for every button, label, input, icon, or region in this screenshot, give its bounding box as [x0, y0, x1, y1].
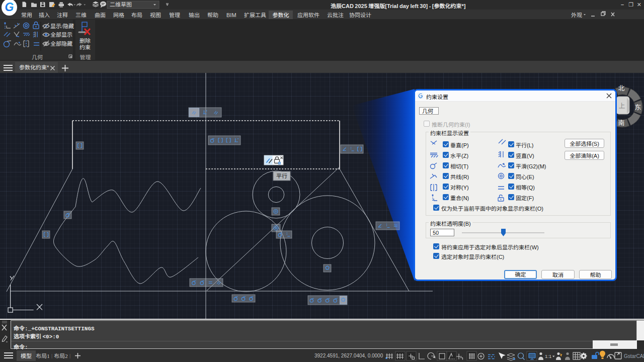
svg-text:3922.4591, 2627.0404, 0.0000: 3922.4591, 2627.0404, 0.0000	[314, 353, 383, 358]
svg-text:全部显示: 全部显示	[50, 30, 72, 38]
svg-text:布局1: 布局1	[36, 351, 50, 359]
svg-text:二维草图: 二维草图	[110, 0, 132, 8]
svg-text:模型: 模型	[21, 351, 32, 359]
svg-text:|: |	[51, 351, 52, 359]
svg-text:全部隐藏: 全部隐藏	[50, 39, 72, 47]
svg-text:1:1: 1:1	[545, 353, 551, 359]
svg-text:上: 上	[618, 101, 625, 110]
svg-text:布局2: 布局2	[54, 351, 68, 359]
svg-text:北: 北	[618, 83, 624, 93]
svg-text:东: 东	[634, 102, 641, 112]
svg-text:|: |	[69, 351, 70, 359]
svg-text:平行: 平行	[276, 171, 287, 179]
svg-text:GstarCAD: GstarCAD	[624, 353, 644, 359]
svg-text:显示/隐藏: 显示/隐藏	[50, 22, 74, 30]
svg-text:约束: 约束	[79, 43, 91, 51]
svg-text:南: 南	[618, 118, 624, 127]
